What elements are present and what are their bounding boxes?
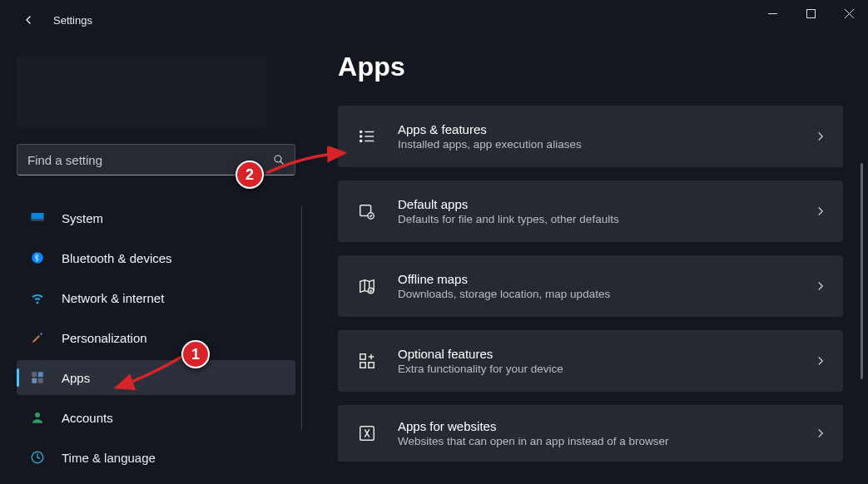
card-body: Apps & features Installed apps, app exec…	[398, 122, 813, 151]
svg-rect-26	[369, 363, 374, 368]
svg-point-17	[360, 136, 362, 137]
card-subtitle: Websites that can open in an app instead…	[398, 435, 813, 447]
chevron-right-icon	[813, 353, 828, 368]
sidebar: System Bluetooth & devices Network & int…	[0, 40, 308, 484]
nav-item-accounts[interactable]: Accounts	[17, 400, 295, 435]
card-apps-for-websites[interactable]: Apps for websites Websites that can open…	[338, 405, 843, 462]
page-title: Apps	[338, 52, 843, 82]
nav-label: Personalization	[62, 331, 147, 345]
card-title: Apps & features	[398, 122, 813, 138]
card-title: Optional features	[398, 347, 813, 363]
svg-point-13	[35, 412, 40, 417]
window-title: Settings	[53, 14, 92, 27]
window-controls	[753, 0, 868, 27]
svg-rect-7	[32, 220, 44, 221]
apps-icon	[28, 368, 47, 387]
nav-label: System	[62, 211, 103, 225]
content-area: System Bluetooth & devices Network & int…	[0, 40, 868, 484]
user-area	[17, 57, 266, 127]
svg-point-8	[32, 252, 43, 264]
clock-globe-icon	[28, 448, 47, 467]
chevron-right-icon	[813, 426, 828, 441]
list-icon	[356, 126, 378, 147]
minimize-button[interactable]	[753, 0, 791, 27]
card-subtitle: Extra functionality for your device	[398, 363, 813, 375]
card-subtitle: Defaults for file and link types, other …	[398, 213, 813, 225]
nav-label: Time & language	[62, 451, 156, 465]
card-title: Default apps	[398, 197, 813, 213]
card-title: Apps for websites	[398, 419, 813, 435]
svg-rect-24	[360, 354, 365, 359]
annotation-callout-1: 1	[181, 340, 210, 368]
chevron-right-icon	[813, 204, 828, 219]
card-body: Offline maps Downloads, storage location…	[398, 272, 813, 301]
nav-label: Apps	[62, 371, 90, 385]
wifi-icon	[28, 289, 47, 307]
card-body: Apps for websites Websites that can open…	[398, 419, 813, 448]
website-app-icon	[356, 422, 378, 444]
paintbrush-icon	[28, 328, 47, 347]
nav-label: Bluetooth & devices	[62, 251, 172, 265]
svg-rect-10	[38, 372, 43, 377]
card-offline-maps[interactable]: Offline maps Downloads, storage location…	[338, 255, 843, 317]
svg-rect-25	[360, 363, 365, 368]
nav-item-personalization[interactable]: Personalization	[17, 320, 295, 355]
nav-list: System Bluetooth & devices Network & int…	[17, 200, 295, 475]
person-icon	[28, 408, 47, 427]
nav-item-apps[interactable]: Apps	[17, 360, 295, 395]
annotation-callout-2: 2	[236, 161, 264, 189]
back-button[interactable]	[17, 7, 42, 32]
scrollbar[interactable]	[861, 163, 863, 379]
nav-item-network[interactable]: Network & internet	[17, 280, 295, 315]
card-default-apps[interactable]: Default apps Defaults for file and link …	[338, 180, 843, 242]
svg-rect-11	[32, 378, 37, 383]
add-feature-icon	[356, 350, 378, 372]
search-input[interactable]	[17, 153, 263, 167]
nav-item-system[interactable]: System	[17, 200, 295, 235]
chevron-right-icon	[813, 279, 828, 294]
svg-point-15	[360, 131, 362, 132]
card-subtitle: Downloads, storage location, map updates	[398, 288, 813, 300]
default-apps-icon	[356, 200, 378, 222]
map-icon	[356, 275, 378, 297]
title-bar: Settings	[0, 0, 868, 40]
svg-rect-12	[38, 378, 43, 383]
nav-item-bluetooth[interactable]: Bluetooth & devices	[17, 240, 295, 275]
svg-point-19	[360, 140, 362, 141]
close-button[interactable]	[830, 0, 868, 27]
card-title: Offline maps	[398, 272, 813, 288]
card-body: Optional features Extra functionality fo…	[398, 347, 813, 376]
nav-scroll-track	[301, 205, 302, 430]
bluetooth-icon	[28, 249, 47, 267]
maximize-button[interactable]	[791, 0, 830, 27]
nav-label: Network & internet	[62, 291, 164, 305]
nav-label: Accounts	[62, 411, 113, 425]
search-icon	[263, 144, 295, 175]
card-body: Default apps Defaults for file and link …	[398, 197, 813, 226]
svg-rect-1	[806, 9, 815, 17]
card-subtitle: Installed apps, app execution aliases	[398, 138, 813, 151]
svg-point-4	[275, 156, 281, 162]
nav-item-time-language[interactable]: Time & language	[17, 440, 295, 475]
svg-line-5	[280, 161, 283, 164]
card-optional-features[interactable]: Optional features Extra functionality fo…	[338, 330, 843, 392]
main-panel: Apps Apps & features Installed apps, app…	[308, 40, 868, 484]
svg-rect-9	[32, 372, 37, 377]
monitor-icon	[28, 209, 47, 227]
card-apps-features[interactable]: Apps & features Installed apps, app exec…	[338, 106, 843, 167]
chevron-right-icon	[813, 129, 828, 144]
